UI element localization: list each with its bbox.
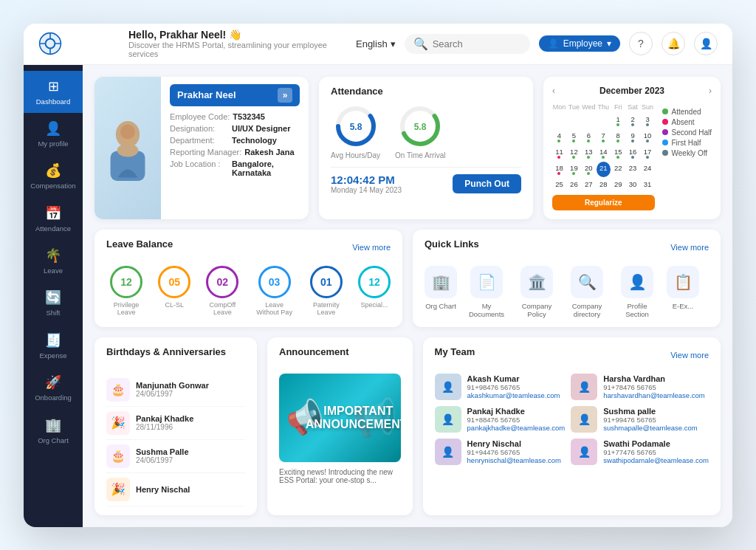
sidebar-item-my-profile[interactable]: 👤 My profile: [24, 113, 83, 155]
punch-out-button[interactable]: Punch Out: [453, 174, 521, 193]
cal-day-13[interactable]: 13: [582, 145, 596, 161]
reporting-manager-label: Reporting Manager:: [170, 148, 241, 157]
cal-day-19[interactable]: 19: [567, 162, 581, 177]
quick-link-company-directory[interactable]: 🔍 Company directory: [566, 266, 608, 318]
svg-text:5.8: 5.8: [349, 122, 362, 132]
cal-day-18[interactable]: 18: [552, 162, 566, 177]
quick-link-my-documents[interactable]: 📄 My Documents: [466, 266, 507, 318]
on-time-chart: 5.8: [398, 104, 442, 148]
privilege-leave-circle: 12: [110, 266, 142, 298]
regularize-button[interactable]: Regularize: [552, 195, 655, 210]
notifications-button[interactable]: 🔔: [662, 32, 685, 55]
svg-point-8: [117, 144, 139, 157]
cal-day-31[interactable]: 31: [641, 178, 655, 190]
cal-day-10[interactable]: 10: [641, 129, 655, 145]
cal-day[interactable]: [552, 113, 566, 128]
cal-day-20[interactable]: 20: [582, 162, 596, 177]
cal-day-12[interactable]: 12: [567, 145, 581, 161]
sidebar-item-expense[interactable]: 🧾 Expense: [24, 325, 83, 367]
cal-day-24[interactable]: 24: [641, 162, 655, 177]
cal-day[interactable]: [582, 113, 596, 128]
cal-day-5[interactable]: 5: [567, 129, 581, 145]
cal-day-21-today[interactable]: 21: [597, 162, 611, 177]
cal-day-27[interactable]: 27: [582, 178, 596, 190]
quick-links-view-more[interactable]: View more: [670, 243, 709, 252]
cal-day-28[interactable]: 28: [597, 178, 611, 190]
birthday-name-2: Pankaj Khadke: [136, 414, 193, 423]
attendance-footer: 12:04:42 PM Monday 14 May 2023 Punch Out: [331, 167, 521, 194]
expand-icon[interactable]: »: [278, 88, 292, 103]
cal-day-3[interactable]: 3: [641, 113, 655, 128]
cal-day-23[interactable]: 23: [626, 162, 640, 177]
my-team-view-more[interactable]: View more: [670, 351, 709, 360]
birthday-info: Henry Nischal: [136, 485, 190, 494]
expense-icon: 🧾: [45, 332, 61, 348]
team-avatar-sushma: 👤: [571, 406, 597, 433]
cal-day[interactable]: [567, 113, 581, 128]
leave-privilege: 12 Privilege Leave: [106, 266, 146, 316]
cal-day-29[interactable]: 29: [611, 178, 625, 190]
team-member-swathi: 👤 Swathi Podamale 91+77476 56765 swathip…: [571, 439, 709, 465]
my-team-header: My Team View more: [435, 346, 709, 365]
cal-day-22[interactable]: 22: [611, 162, 625, 177]
cal-day-30[interactable]: 30: [626, 178, 640, 190]
search-box[interactable]: 🔍: [405, 34, 530, 54]
cal-day-16[interactable]: 16: [626, 145, 640, 161]
cal-day-9[interactable]: 9: [626, 129, 640, 145]
leave-balance-view-more[interactable]: View more: [352, 243, 391, 252]
birthday-name-3: Sushma Palle: [136, 447, 189, 456]
sidebar-item-label: Expense: [40, 351, 67, 360]
user-profile-button[interactable]: 👤: [694, 32, 718, 55]
quick-link-e-ex[interactable]: 📋 E-Ex...: [667, 266, 699, 318]
help-icon: ?: [638, 38, 644, 49]
birthday-icon-1: 🎂: [106, 378, 130, 402]
sidebar-item-shift[interactable]: 🔄 Shift: [24, 282, 83, 324]
cal-day-11[interactable]: 11: [552, 145, 566, 161]
search-input[interactable]: [433, 38, 521, 49]
cal-header-sat: Sat: [626, 102, 640, 112]
employee-badge[interactable]: 👤 Employee ▾: [539, 35, 620, 52]
cal-day-25[interactable]: 25: [552, 178, 566, 190]
sidebar-item-leave[interactable]: 🌴 Leave: [24, 240, 83, 282]
quick-link-org-chart[interactable]: 🏢 Org Chart: [425, 266, 457, 318]
sidebar-item-onboarding[interactable]: 🚀 Onboarding: [24, 367, 83, 409]
cal-day-7[interactable]: 7: [597, 129, 611, 145]
cal-day[interactable]: [597, 113, 611, 128]
profile-photo: [94, 77, 161, 219]
team-name-swathi: Swathi Podamale: [603, 439, 709, 448]
lwp-circle: 03: [258, 266, 291, 298]
birthday-date-3: 24/06/1997: [136, 456, 189, 464]
cal-day-4[interactable]: 4: [552, 129, 566, 145]
calendar-next[interactable]: ›: [709, 86, 712, 96]
team-member-sushma: 👤 Sushma palle 91+99476 56765 sushmapall…: [571, 406, 709, 433]
quick-link-profile-section[interactable]: 👤 Profile Section: [616, 266, 658, 318]
cal-day-26[interactable]: 26: [567, 178, 581, 190]
cal-day-15[interactable]: 15: [611, 145, 625, 161]
attendance-icon: 📅: [45, 205, 61, 221]
help-button[interactable]: ?: [629, 32, 653, 55]
team-avatar-swathi: 👤: [571, 439, 597, 465]
cal-day-6[interactable]: 6: [582, 129, 596, 145]
cal-day-2[interactable]: 2: [626, 113, 640, 128]
birthday-info: Pankaj Khadke 28/11/1996: [136, 414, 193, 431]
on-time-label: On Time Arrival: [395, 151, 445, 159]
quick-link-company-policy[interactable]: 🏛️ Company Policy: [516, 266, 557, 318]
cal-day-17[interactable]: 17: [641, 145, 655, 161]
language-selector[interactable]: English ▾: [356, 38, 396, 49]
sidebar-item-compensation[interactable]: 💰 Compensation: [24, 155, 83, 197]
sidebar-item-dashboard[interactable]: ⊞ Dashboard: [24, 71, 83, 113]
team-name-harsha: Harsha Vardhan: [603, 374, 704, 383]
sidebar-item-attendance[interactable]: 📅 Attendance: [24, 198, 83, 240]
company-policy-icon: 🏛️: [520, 266, 553, 298]
team-info-harsha: Harsha Vardhan 91+78476 56765 harshavard…: [603, 374, 704, 399]
announcement-banner: 📢 📢 IMPORTANT ANNOUNCEMENT!: [279, 374, 401, 462]
cal-day-8[interactable]: 8: [611, 129, 625, 145]
cal-day-1[interactable]: 1: [611, 113, 625, 128]
calendar-legend: Attended Absent Second Half: [662, 108, 712, 210]
team-email-henry: henrynischal@teamlease.com: [467, 456, 561, 464]
team-phone-akash: 91+98476 56765: [467, 383, 560, 391]
calendar-prev[interactable]: ‹: [552, 86, 555, 96]
team-info-pankaj: Pankaj Khadke 91+88476 56765 pankajkhadk…: [467, 407, 566, 432]
cal-day-14[interactable]: 14: [597, 145, 611, 161]
sidebar-item-org-chart[interactable]: 🏢 Org Chart: [24, 410, 83, 452]
